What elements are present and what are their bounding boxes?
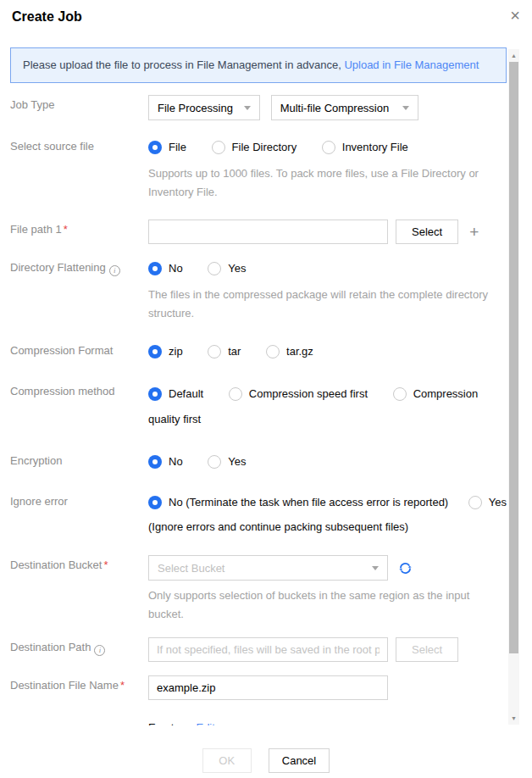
destination-file-name-label: Destination File Name* — [10, 675, 148, 700]
cancel-button[interactable]: Cancel — [269, 748, 330, 773]
required-asterisk: * — [103, 558, 108, 571]
destination-file-name-input[interactable] — [148, 675, 388, 700]
radio-flattening-no[interactable]: No — [148, 262, 183, 275]
destination-path-select-button[interactable]: Select — [396, 637, 458, 662]
radio-selected-icon — [148, 141, 162, 154]
radio-icon — [229, 387, 242, 401]
radio-icon — [322, 141, 335, 154]
radio-method-speed[interactable]: Compression speed first — [229, 387, 368, 400]
radio-targz[interactable]: tar.gz — [266, 345, 313, 358]
dialog-title: Create Job — [12, 9, 82, 25]
chevron-down-icon — [372, 566, 379, 570]
row-job-type: Job Type File Processing Multi-file Comp… — [10, 95, 507, 120]
radio-icon — [468, 496, 482, 509]
radio-ignore-error-yes[interactable]: Yes — [468, 492, 507, 514]
scroll-down-icon[interactable]: ▼ — [508, 713, 519, 724]
row-destination-bucket: Destination Bucket* Select Bucket — [10, 555, 507, 624]
dialog-body: Please upload the file to process in Fil… — [10, 47, 507, 725]
row-file-path: File path 1* Select + — [10, 220, 507, 244]
job-type-select-value: File Processing — [158, 102, 233, 114]
radio-icon — [208, 455, 221, 469]
source-file-help: Supports up to 1000 files. To pack more … — [148, 164, 504, 202]
radio-icon — [208, 345, 221, 358]
row-destination-path: Destination Pathi Select — [10, 637, 507, 662]
required-asterisk: * — [120, 679, 125, 692]
chevron-down-icon — [402, 106, 409, 110]
file-path-input[interactable] — [148, 220, 388, 244]
info-icon[interactable]: i — [94, 645, 105, 656]
row-destination-file-name: Destination File Name* — [10, 675, 507, 700]
radio-zip[interactable]: zip — [148, 345, 183, 358]
scroll-up-icon[interactable]: ▲ — [508, 50, 519, 61]
file-path-select-button[interactable]: Select — [396, 220, 458, 244]
info-banner: Please upload the file to process in Fil… — [10, 47, 507, 83]
ignore-error-label: Ignore error — [10, 492, 148, 538]
radio-selected-icon — [148, 387, 162, 401]
radio-tar[interactable]: tar — [208, 345, 241, 358]
radio-method-default[interactable]: Default — [148, 387, 203, 400]
radio-icon — [393, 387, 407, 401]
dialog-header: Create Job × — [0, 0, 532, 41]
directory-flattening-help: The files in the compressed package will… — [148, 286, 507, 323]
radio-icon — [208, 262, 221, 275]
row-encryption: Encryption No Yes — [10, 451, 507, 473]
destination-bucket-select[interactable]: Select Bucket — [148, 555, 388, 581]
radio-selected-icon — [148, 345, 162, 358]
job-subtype-select-value: Multi-file Compression — [280, 102, 390, 114]
row-compression-format: Compression Format zip tar tar.gz — [10, 341, 507, 363]
ignore-error-no-line2: (Ignore errors and continue packing subs… — [148, 516, 507, 538]
callback-url-label: Callback URLi — [10, 720, 148, 725]
compression-format-label: Compression Format — [10, 341, 148, 363]
create-job-dialog: Create Job × Please upload the file to p… — [0, 0, 532, 778]
row-source-file: Select source file File File Directory I… — [10, 136, 507, 202]
chevron-down-icon — [244, 106, 251, 110]
radio-selected-icon — [148, 455, 162, 469]
radio-encryption-no[interactable]: No — [148, 455, 183, 468]
radio-inventory-file[interactable]: Inventory File — [322, 141, 408, 153]
destination-bucket-label: Destination Bucket* — [10, 555, 148, 624]
file-path-label: File path 1* — [10, 220, 148, 244]
add-file-path-icon[interactable]: + — [469, 223, 479, 242]
dialog-footer: OK Cancel — [0, 748, 532, 773]
radio-file-directory[interactable]: File Directory — [212, 141, 297, 153]
scrollbar: ▲ ▼ — [508, 49, 519, 725]
row-callback-url: Callback URLi Empty Edit — [10, 720, 507, 725]
radio-ignore-error-no[interactable]: No (Terminate the task when file access … — [148, 492, 448, 514]
destination-path-label: Destination Pathi — [10, 637, 148, 662]
directory-flattening-label: Directory Flatteningi — [10, 258, 148, 323]
radio-flattening-yes[interactable]: Yes — [208, 262, 246, 275]
destination-path-input[interactable] — [148, 637, 388, 662]
row-ignore-error: Ignore error No (Terminate the task when… — [10, 492, 507, 538]
scrollbar-thumb[interactable] — [509, 62, 518, 653]
source-file-label: Select source file — [10, 136, 148, 202]
close-icon[interactable]: × — [510, 7, 520, 24]
radio-icon — [266, 345, 280, 358]
upload-in-file-management-link[interactable]: Upload in File Management — [344, 58, 479, 71]
radio-selected-icon — [148, 496, 162, 509]
callback-url-value: Empty — [148, 721, 180, 725]
job-type-select[interactable]: File Processing — [148, 95, 260, 120]
ok-button[interactable]: OK — [202, 748, 252, 773]
job-subtype-select[interactable]: Multi-file Compression — [271, 95, 418, 120]
radio-selected-icon — [148, 262, 162, 275]
required-asterisk: * — [64, 223, 68, 236]
radio-icon — [212, 141, 225, 154]
refresh-icon[interactable] — [398, 561, 413, 575]
row-directory-flattening: Directory Flatteningi No Yes The files i… — [10, 258, 507, 323]
banner-text: Please upload the file to process in Fil… — [23, 58, 344, 71]
row-compression-method: Compression method Default Compression s… — [10, 381, 507, 432]
radio-file[interactable]: File — [148, 141, 186, 153]
destination-bucket-help: Only supports selection of buckets in th… — [148, 586, 507, 624]
callback-url-edit-link[interactable]: Edit — [196, 721, 214, 725]
info-icon[interactable]: i — [109, 265, 120, 276]
compression-method-label: Compression method — [10, 381, 148, 432]
job-type-label: Job Type — [10, 95, 148, 120]
radio-encryption-yes[interactable]: Yes — [208, 455, 246, 468]
destination-bucket-placeholder: Select Bucket — [158, 562, 225, 575]
encryption-label: Encryption — [10, 451, 148, 473]
